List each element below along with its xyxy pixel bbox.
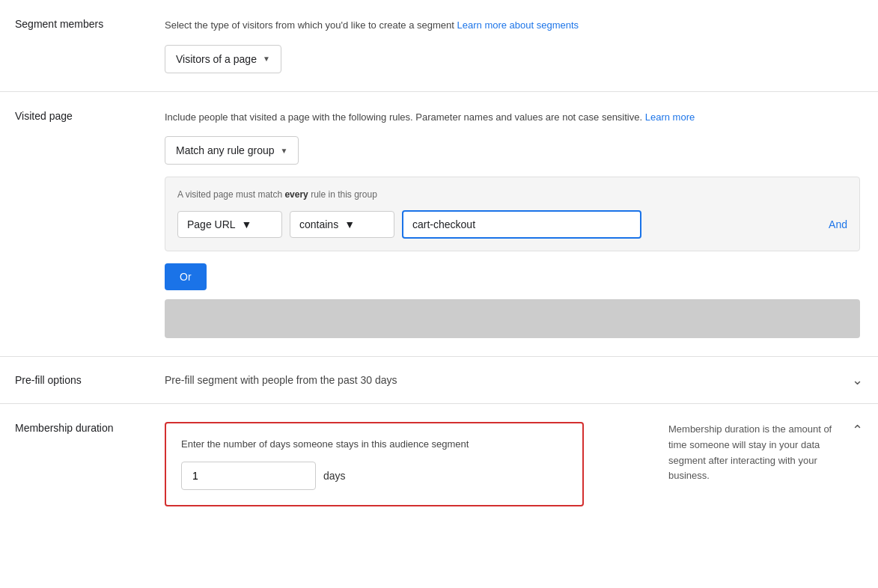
- rule-group-box: A visited page must match every rule in …: [165, 177, 860, 251]
- visited-page-section: Visited page Include people that visited…: [0, 92, 878, 358]
- membership-side-text: Membership duration is the amount of tim…: [668, 422, 844, 484]
- segment-members-section: Segment members Select the type of visit…: [0, 0, 878, 92]
- learn-more-segments-link[interactable]: Learn more about segments: [457, 19, 579, 31]
- condition-arrow-icon: ▼: [344, 218, 355, 230]
- segment-members-description: Select the type of visitors from which y…: [165, 18, 860, 33]
- prefill-section: Pre-fill options Pre-fill segment with p…: [0, 357, 878, 404]
- segment-members-label: Segment members: [0, 18, 165, 73]
- visitors-type-dropdown[interactable]: Visitors of a page ▼: [165, 45, 281, 73]
- membership-description: Enter the number of days someone stays i…: [181, 438, 567, 450]
- membership-chevron-up-icon[interactable]: ⌃: [852, 422, 863, 438]
- match-dropdown-arrow-icon: ▼: [281, 147, 288, 155]
- visited-page-label: Visited page: [0, 110, 165, 339]
- and-link[interactable]: And: [829, 218, 847, 230]
- prefill-label: Pre-fill options: [0, 374, 165, 386]
- prefill-content: Pre-fill segment with people from the pa…: [165, 374, 852, 386]
- days-label: days: [323, 470, 346, 482]
- rule-group-label: A visited page must match every rule in …: [177, 189, 847, 200]
- url-value-input[interactable]: [402, 210, 641, 239]
- membership-main: Enter the number of days someone stays i…: [165, 422, 653, 506]
- days-input[interactable]: [181, 462, 316, 490]
- learn-more-link[interactable]: Learn more: [645, 111, 695, 123]
- membership-side: Membership duration is the amount of tim…: [653, 422, 878, 506]
- page-url-dropdown[interactable]: Page URL ▼: [177, 211, 282, 238]
- visited-page-content: Include people that visited a page with …: [165, 110, 878, 339]
- days-row: days: [181, 462, 567, 490]
- match-rule-dropdown[interactable]: Match any rule group ▼: [165, 136, 299, 165]
- prefill-chevron-down-icon[interactable]: ⌄: [852, 372, 863, 388]
- or-button[interactable]: Or: [165, 263, 207, 290]
- membership-input-box: Enter the number of days someone stays i…: [165, 422, 584, 506]
- membership-side-header: Membership duration is the amount of tim…: [668, 422, 863, 484]
- dropdown-arrow-icon: ▼: [263, 55, 270, 63]
- condition-dropdown[interactable]: contains ▼: [290, 211, 394, 238]
- visited-page-description: Include people that visited a page with …: [165, 110, 860, 125]
- membership-label: Membership duration: [0, 422, 165, 506]
- collapsed-rule-group: [165, 299, 860, 338]
- segment-members-content: Select the type of visitors from which y…: [165, 18, 878, 73]
- rule-row: Page URL ▼ contains ▼ And: [177, 210, 847, 239]
- page-url-arrow-icon: ▼: [242, 218, 252, 230]
- membership-section: Membership duration Enter the number of …: [0, 404, 878, 524]
